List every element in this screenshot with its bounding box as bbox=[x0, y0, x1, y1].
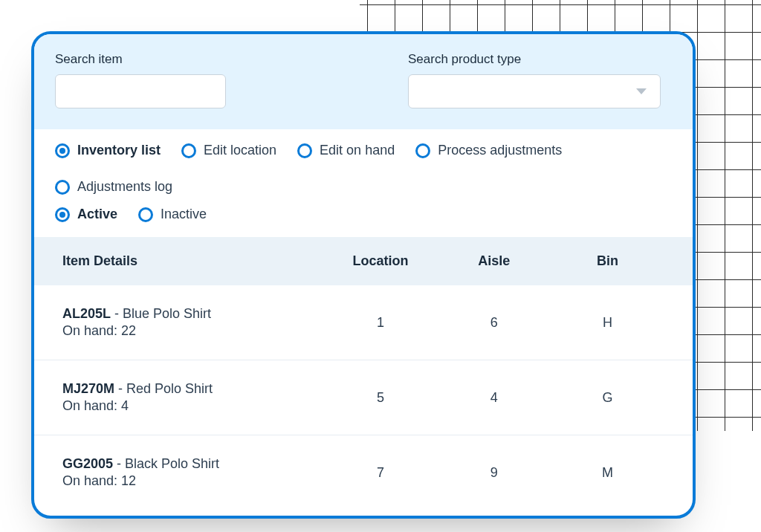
view-radio-edit-location[interactable]: Edit location bbox=[181, 143, 276, 158]
filter-row-views: Inventory listEdit locationEdit on handP… bbox=[55, 143, 672, 195]
cell-item-details: MJ270M - Red Polo ShirtOn hand: 4 bbox=[62, 381, 324, 414]
view-radio-edit-on-hand[interactable]: Edit on hand bbox=[297, 143, 395, 158]
radio-icon bbox=[297, 143, 312, 158]
item-name: GG2005 - Black Polo Shirt bbox=[62, 456, 324, 472]
inventory-table: Item Details Location Aisle Bin AL205L -… bbox=[34, 237, 693, 515]
search-item-col: Search item bbox=[55, 52, 319, 108]
status-radio-inactive[interactable]: Inactive bbox=[138, 207, 207, 222]
radio-icon bbox=[55, 207, 70, 222]
search-type-col: Search product type bbox=[408, 52, 672, 108]
inventory-card: Search item Search product type Inventor… bbox=[31, 31, 696, 519]
filter-row-status: ActiveInactive bbox=[55, 207, 672, 222]
view-radio-inventory-list[interactable]: Inventory list bbox=[55, 143, 161, 158]
search-item-label: Search item bbox=[55, 52, 319, 67]
search-item-input[interactable] bbox=[55, 74, 226, 108]
cell-aisle: 9 bbox=[437, 465, 551, 481]
table-body: AL205L - Blue Polo ShirtOn hand: 2216HMJ… bbox=[34, 285, 693, 510]
item-on-hand: On hand: 12 bbox=[62, 473, 324, 489]
cell-location: 1 bbox=[324, 315, 438, 331]
item-on-hand: On hand: 4 bbox=[62, 398, 324, 414]
cell-bin: M bbox=[551, 465, 664, 481]
view-radio-process-adjustments[interactable]: Process adjustments bbox=[415, 143, 562, 158]
cell-bin: G bbox=[551, 390, 664, 406]
col-header-location: Location bbox=[324, 253, 438, 269]
item-sku: AL205L bbox=[62, 306, 111, 321]
cell-aisle: 4 bbox=[437, 390, 551, 406]
item-name: MJ270M - Red Polo Shirt bbox=[62, 381, 324, 397]
cell-bin: H bbox=[551, 315, 664, 331]
radio-icon bbox=[181, 143, 196, 158]
col-header-aisle: Aisle bbox=[437, 253, 551, 269]
radio-icon bbox=[55, 143, 70, 158]
chevron-down-icon bbox=[636, 88, 647, 94]
cell-item-details: AL205L - Blue Polo ShirtOn hand: 22 bbox=[62, 306, 324, 339]
item-sku: MJ270M bbox=[62, 381, 114, 396]
search-band: Search item Search product type bbox=[34, 34, 693, 129]
radio-icon bbox=[55, 180, 70, 195]
radio-icon bbox=[415, 143, 430, 158]
radio-label: Edit location bbox=[204, 143, 276, 158]
col-header-bin: Bin bbox=[551, 253, 664, 269]
item-on-hand: On hand: 22 bbox=[62, 323, 324, 339]
radio-label: Inactive bbox=[161, 207, 207, 222]
table-row[interactable]: MJ270M - Red Polo ShirtOn hand: 454G bbox=[34, 360, 693, 435]
cell-item-details: GG2005 - Black Polo ShirtOn hand: 12 bbox=[62, 456, 324, 489]
radio-label: Adjustments log bbox=[77, 179, 172, 195]
status-radio-active[interactable]: Active bbox=[55, 207, 117, 222]
radio-label: Active bbox=[77, 207, 117, 222]
table-header: Item Details Location Aisle Bin bbox=[34, 237, 693, 285]
cell-location: 5 bbox=[324, 390, 438, 406]
filters: Inventory listEdit locationEdit on handP… bbox=[34, 129, 693, 237]
item-name: AL205L - Blue Polo Shirt bbox=[62, 306, 324, 322]
radio-label: Edit on hand bbox=[320, 143, 395, 158]
radio-icon bbox=[138, 207, 153, 222]
table-row[interactable]: AL205L - Blue Polo ShirtOn hand: 2216H bbox=[34, 285, 693, 360]
search-type-label: Search product type bbox=[408, 52, 672, 67]
item-sku: GG2005 bbox=[62, 456, 113, 471]
radio-label: Inventory list bbox=[77, 143, 161, 158]
view-radio-adjustments-log[interactable]: Adjustments log bbox=[55, 179, 172, 195]
table-row[interactable]: GG2005 - Black Polo ShirtOn hand: 1279M bbox=[34, 435, 693, 510]
radio-label: Process adjustments bbox=[438, 143, 562, 158]
cell-aisle: 6 bbox=[437, 315, 551, 331]
cell-location: 7 bbox=[324, 465, 438, 481]
col-header-item: Item Details bbox=[62, 253, 324, 269]
search-type-dropdown[interactable] bbox=[408, 74, 661, 108]
